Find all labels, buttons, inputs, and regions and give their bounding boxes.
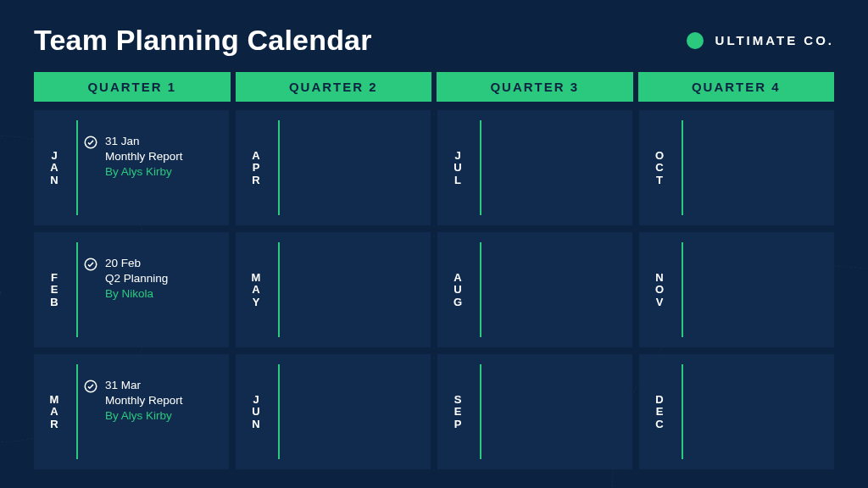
task-date: 20 Feb (105, 256, 168, 271)
cell-content: 20 FebQ2 PlanningBy Nikola (78, 232, 229, 347)
calendar-cell: MAY (236, 232, 431, 347)
calendar-cell: APR (236, 110, 431, 225)
month-column: SEP (437, 354, 480, 469)
task-lines: 20 FebQ2 PlanningBy Nikola (105, 256, 168, 302)
calendar-cell: AUG (437, 232, 632, 347)
quarter-headers: QUARTER 1 QUARTER 2 QUARTER 3 QUARTER 4 (34, 72, 834, 102)
cell-content: 31 JanMonthly ReportBy Alys Kirby (78, 110, 229, 225)
cell-content (683, 354, 834, 469)
task-lines: 31 JanMonthly ReportBy Alys Kirby (105, 134, 183, 180)
cell-content (280, 110, 431, 225)
cell-content (481, 354, 632, 469)
month-column: OCT (639, 110, 682, 225)
quarter-header: QUARTER 4 (638, 72, 835, 102)
task-lines: 31 MarMonthly ReportBy Alys Kirby (105, 378, 183, 424)
page-title: Team Planning Calendar (34, 24, 372, 57)
calendar-cell: NOV (639, 232, 834, 347)
check-circle-icon (83, 135, 98, 150)
task-title: Monthly Report (105, 149, 183, 164)
quarter-header: QUARTER 2 (236, 72, 432, 102)
task-owner: By Alys Kirby (105, 164, 183, 180)
brand-name: ULTIMATE CO. (715, 33, 834, 47)
check-circle-icon (83, 379, 98, 394)
month-label: MAR (50, 394, 61, 430)
brand-dot-icon (687, 32, 704, 49)
cell-content (280, 354, 431, 469)
calendar-cell: JUN (236, 354, 431, 469)
calendar-cell: JAN31 JanMonthly ReportBy Alys Kirby (34, 110, 229, 225)
month-label: APR (252, 150, 261, 186)
month-column: MAY (236, 232, 278, 347)
month-column: JUN (236, 354, 278, 469)
calendar-cell: DEC (639, 354, 834, 469)
quarter-header: QUARTER 3 (437, 72, 633, 102)
task: 31 JanMonthly ReportBy Alys Kirby (83, 134, 222, 180)
task: 31 MarMonthly ReportBy Alys Kirby (83, 378, 222, 424)
cell-content (683, 232, 834, 347)
task-date: 31 Jan (105, 134, 183, 149)
cell-content (481, 232, 632, 347)
month-label: MAY (252, 272, 263, 308)
month-label: JUN (252, 394, 261, 430)
task-title: Q2 Planning (105, 271, 168, 286)
month-label: NOV (655, 272, 665, 308)
calendar-cell: OCT (639, 110, 834, 225)
month-column: FEB (34, 232, 76, 347)
month-label: FEB (50, 272, 59, 308)
quarter-header: QUARTER 1 (34, 72, 231, 102)
month-label: JUL (453, 150, 463, 186)
month-column: NOV (639, 232, 682, 347)
check-circle-icon (83, 257, 98, 272)
calendar-grid: JAN31 JanMonthly ReportBy Alys KirbyAPRJ… (34, 110, 834, 469)
month-label: AUG (453, 272, 464, 308)
calendar-cell: SEP (437, 354, 632, 469)
task-date: 31 Mar (105, 378, 183, 393)
month-label: OCT (655, 150, 665, 186)
calendar-cell: JUL (437, 110, 632, 225)
brand: ULTIMATE CO. (687, 32, 834, 49)
calendar-cell: FEB20 FebQ2 PlanningBy Nikola (34, 232, 229, 347)
month-column: JAN (34, 110, 76, 225)
task-owner: By Nikola (105, 286, 168, 302)
cell-content (280, 232, 431, 347)
month-column: DEC (639, 354, 682, 469)
calendar-cell: MAR31 MarMonthly ReportBy Alys Kirby (34, 354, 229, 469)
task: 20 FebQ2 PlanningBy Nikola (83, 256, 222, 302)
task-owner: By Alys Kirby (105, 408, 183, 424)
cell-content (481, 110, 632, 225)
month-column: AUG (437, 232, 480, 347)
month-column: JUL (437, 110, 480, 225)
month-column: APR (236, 110, 278, 225)
month-label: SEP (454, 394, 464, 430)
task-title: Monthly Report (105, 393, 183, 408)
month-column: MAR (34, 354, 76, 469)
month-label: JAN (50, 150, 59, 186)
month-label: DEC (655, 394, 665, 430)
cell-content: 31 MarMonthly ReportBy Alys Kirby (78, 354, 229, 469)
cell-content (683, 110, 834, 225)
